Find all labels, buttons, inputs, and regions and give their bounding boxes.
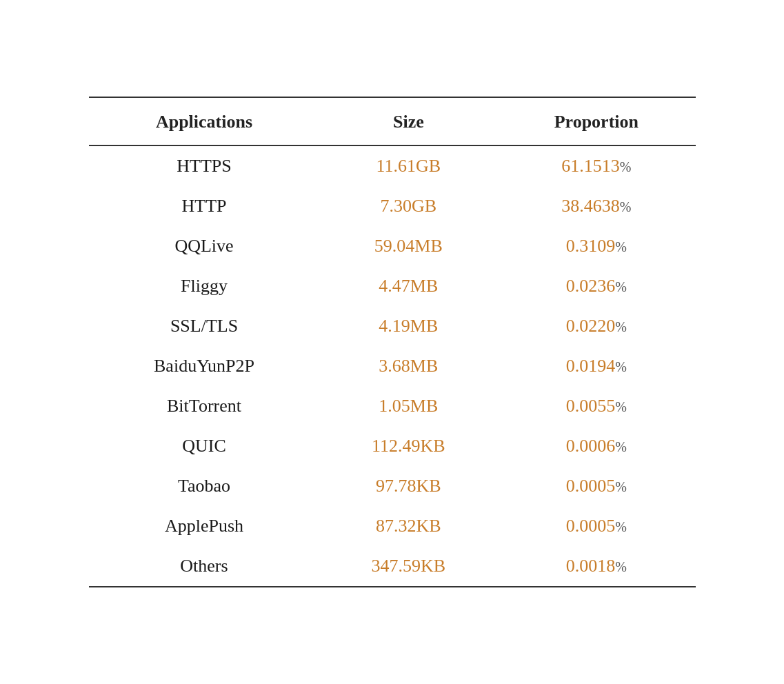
proportion-value: 0.0236 [566,276,616,296]
cell-size: 11.61GB [320,145,498,186]
percent-symbol: % [615,359,627,374]
proportion-value: 0.0005 [566,476,616,496]
cell-app-name: ApplePush [89,506,320,546]
cell-proportion: 0.0194% [497,346,695,386]
cell-app-name: Taobao [89,466,320,506]
percent-symbol: % [615,439,627,454]
cell-app-name: QQLive [89,226,320,266]
proportion-value: 0.0005 [566,516,616,536]
table-row: BitTorrent1.05MB0.0055% [89,386,696,426]
header-applications: Applications [89,97,320,145]
proportion-value: 0.0055 [566,396,616,416]
percent-symbol: % [615,399,627,414]
proportion-value: 0.0018 [566,556,616,576]
percent-symbol: % [620,159,632,174]
cell-size: 347.59KB [320,546,498,587]
cell-app-name: SSL/TLS [89,306,320,346]
cell-app-name: HTTPS [89,145,320,186]
cell-size: 7.30GB [320,186,498,226]
table-row: Others347.59KB0.0018% [89,546,696,587]
cell-app-name: HTTP [89,186,320,226]
cell-app-name: Others [89,546,320,587]
proportion-value: 61.1513 [561,156,620,176]
cell-proportion: 0.0220% [497,306,695,346]
table-row: ApplePush87.32KB0.0005% [89,506,696,546]
table-row: HTTPS11.61GB61.1513% [89,145,696,186]
cell-size: 59.04MB [320,226,498,266]
main-container: Applications Size Proportion HTTPS11.61G… [48,69,737,615]
cell-size: 1.05MB [320,386,498,426]
cell-proportion: 38.4638% [497,186,695,226]
cell-app-name: Fliggy [89,266,320,306]
cell-size: 4.19MB [320,306,498,346]
cell-size: 4.47MB [320,266,498,306]
cell-size: 3.68MB [320,346,498,386]
proportion-value: 0.0194 [566,356,616,376]
cell-proportion: 0.0236% [497,266,695,306]
cell-size: 87.32KB [320,506,498,546]
header-size: Size [320,97,498,145]
table-row: Fliggy4.47MB0.0236% [89,266,696,306]
table-row: SSL/TLS4.19MB0.0220% [89,306,696,346]
cell-app-name: BitTorrent [89,386,320,426]
table-row: QQLive59.04MB0.3109% [89,226,696,266]
cell-proportion: 61.1513% [497,145,695,186]
percent-symbol: % [615,519,627,534]
proportion-value: 0.0006 [566,436,616,456]
percent-symbol: % [615,279,627,294]
cell-proportion: 0.0005% [497,506,695,546]
table-row: Taobao97.78KB0.0005% [89,466,696,506]
percent-symbol: % [620,199,632,214]
table-row: BaiduYunP2P3.68MB0.0194% [89,346,696,386]
percent-symbol: % [615,559,627,574]
cell-size: 97.78KB [320,466,498,506]
table-header-row: Applications Size Proportion [89,97,696,145]
cell-proportion: 0.0055% [497,386,695,426]
cell-size: 112.49KB [320,426,498,466]
proportion-value: 38.4638 [561,196,620,216]
table-row: QUIC112.49KB0.0006% [89,426,696,466]
proportion-value: 0.0220 [566,316,616,336]
cell-proportion: 0.0005% [497,466,695,506]
proportion-value: 0.3109 [566,236,616,256]
header-proportion: Proportion [497,97,695,145]
cell-proportion: 0.0006% [497,426,695,466]
table-row: HTTP7.30GB38.4638% [89,186,696,226]
cell-proportion: 0.0018% [497,546,695,587]
applications-table: Applications Size Proportion HTTPS11.61G… [89,97,696,587]
cell-proportion: 0.3109% [497,226,695,266]
percent-symbol: % [615,239,627,254]
percent-symbol: % [615,479,627,494]
percent-symbol: % [615,319,627,334]
cell-app-name: QUIC [89,426,320,466]
cell-app-name: BaiduYunP2P [89,346,320,386]
